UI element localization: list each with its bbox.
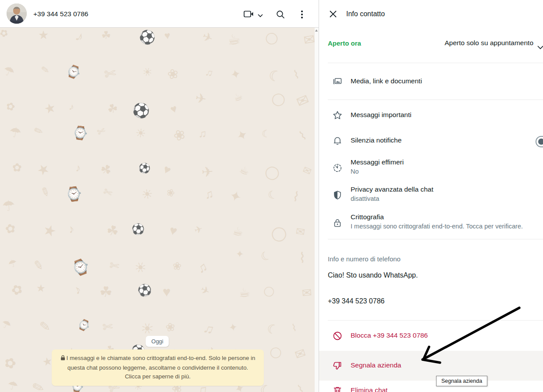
- wallpaper-doodle: ❀: [166, 65, 180, 82]
- wallpaper-doodle: ✉: [302, 31, 315, 49]
- menu-kebab-icon[interactable]: [298, 9, 306, 20]
- chat-header: +39 344 523 0786: [0, 0, 319, 28]
- e2e-encryption-notice[interactable]: I messaggi e le chiamate sono crittograf…: [52, 349, 264, 386]
- wallpaper-doodle: ☾: [262, 128, 271, 140]
- wallpaper-doodle: ✉: [295, 225, 306, 239]
- menu-item-label: Crittografia: [351, 213, 523, 221]
- menu-item-label: Media, link e documenti: [351, 77, 422, 85]
- contact-avatar[interactable]: [7, 4, 27, 24]
- wallpaper-doodle: ✿: [2, 353, 18, 373]
- action-block[interactable]: Blocca +39 344 523 0786: [319, 321, 543, 351]
- action-report-business[interactable]: Segnala azienda: [319, 351, 543, 381]
- wallpaper-doodle: ⚽: [131, 100, 151, 120]
- shield-half-icon: [332, 190, 343, 200]
- panel-title: Info contatto: [346, 0, 385, 28]
- wallpaper-doodle: ✉: [293, 345, 308, 363]
- date-badge: Oggi: [146, 336, 169, 347]
- thumbs-down-icon: [332, 360, 343, 371]
- menu-item-disappearing[interactable]: Messaggi effimeri No: [319, 154, 543, 182]
- wallpaper-doodle: ♥: [161, 162, 173, 178]
- wallpaper-doodle: ☂: [7, 257, 19, 271]
- menu-item-value: I messaggi sono crittografati end-to-end…: [351, 223, 523, 230]
- wallpaper-doodle: ✉: [294, 90, 312, 111]
- menu-item-encryption[interactable]: Crittografia I messaggi sono crittografa…: [319, 209, 543, 238]
- wallpaper-doodle: ⌇: [291, 322, 298, 334]
- wallpaper-doodle: ☘: [99, 283, 113, 301]
- wallpaper-doodle: ☂: [6, 378, 20, 392]
- menu-item-text: Privacy avanzata della chat disattivata: [351, 185, 433, 202]
- whatsapp-window: +39 344 523 0786: [0, 0, 543, 392]
- video-call-icon[interactable]: [243, 8, 254, 20]
- close-icon[interactable]: [328, 9, 338, 19]
- wallpaper-doodle: ✄: [101, 185, 114, 200]
- wallpaper-doodle: ♪: [68, 101, 75, 113]
- tooltip-report-business: Segnala azienda: [436, 376, 487, 386]
- wallpaper-doodle: ⚽: [137, 28, 158, 47]
- menu-item-mute[interactable]: Silenzia notifiche: [319, 128, 543, 153]
- call-options-chevron-icon[interactable]: [256, 10, 265, 21]
- wallpaper-doodle: ⌇: [291, 189, 301, 205]
- trash-icon: [332, 385, 343, 392]
- wallpaper-doodle: ◯: [269, 345, 283, 360]
- toggle-knob: [538, 139, 543, 145]
- menu-item-starred[interactable]: Messaggi importanti: [319, 103, 543, 128]
- menu-item-advanced-privacy[interactable]: Privacy avanzata della chat disattivata: [319, 182, 543, 209]
- media-gallery-icon: [332, 76, 343, 87]
- wallpaper-doodle: ◯: [269, 223, 289, 244]
- wallpaper-doodle: ✄: [102, 319, 114, 335]
- wallpaper-doodle: ☀: [141, 186, 154, 203]
- wallpaper-doodle: ✦: [235, 248, 244, 260]
- hours-chevron-down-icon[interactable]: [536, 43, 543, 52]
- menu-item-media[interactable]: Media, link e documenti: [319, 63, 543, 100]
- wallpaper-doodle: ☾: [266, 188, 279, 202]
- wallpaper-doodle: ✎: [39, 318, 51, 335]
- wallpaper-doodle: ☾: [265, 321, 280, 339]
- wallpaper-doodle: ✿: [4, 221, 17, 237]
- wallpaper-doodle: ✉: [302, 285, 312, 300]
- wallpaper-doodle: ☂: [0, 62, 17, 80]
- wallpaper-doodle: ☀: [141, 64, 154, 80]
- wallpaper-doodle: ☘: [101, 29, 111, 42]
- search-icon[interactable]: [275, 9, 286, 20]
- menu-item-text: Crittografia I messaggi sono crittografa…: [351, 213, 523, 230]
- wallpaper-doodle: ✈: [199, 283, 212, 298]
- wallpaper-doodle: ♫: [201, 320, 216, 338]
- wallpaper-doodle: ♪: [73, 28, 86, 45]
- wallpaper-doodle: ✿: [5, 100, 17, 114]
- scrollbar-up-arrow[interactable]: [315, 29, 318, 32]
- wallpaper-doodle: ☾: [266, 66, 284, 86]
- wallpaper-doodle: ✦: [229, 66, 242, 83]
- wallpaper-doodle: ✎: [38, 184, 53, 200]
- menu-item-label: Messaggi effimeri: [351, 158, 404, 166]
- business-open-status[interactable]: Aperto ora: [328, 39, 361, 47]
- wallpaper-doodle: ♥: [164, 29, 171, 42]
- wallpaper-doodle: ✦: [227, 187, 244, 206]
- wallpaper-doodle: ♥: [163, 284, 171, 300]
- action-label: Segnala azienda: [351, 361, 401, 369]
- menu-item-label: Silenzia notifiche: [351, 136, 401, 144]
- wallpaper-doodle: ♥: [168, 223, 179, 239]
- chat-scrollbar[interactable]: [315, 28, 319, 392]
- chat-messages-area: ✿★♪☘⚽♥✈☕◯✉☂✎⌚✄☀❀♫✦☾⌇✿★♪☘⚽♥✈☕◯✉☂✎⌚✄☀❀♫✦☾⌇…: [0, 28, 315, 392]
- wallpaper-doodle: ⌇: [298, 249, 306, 267]
- wallpaper-doodle: ☂: [1, 197, 16, 215]
- bell-icon: [332, 135, 343, 146]
- wallpaper-doodle: ✦: [228, 321, 239, 334]
- wallpaper-doodle: ⌇: [295, 382, 305, 392]
- wallpaper-doodle: ♥: [169, 102, 179, 116]
- about-section-heading: Info e numero di telefono: [328, 255, 401, 263]
- wallpaper-doodle: ✎: [40, 64, 50, 76]
- wallpaper-doodle: ✈: [201, 163, 214, 181]
- wallpaper-doodle: ☘: [105, 221, 121, 240]
- action-label: Elimina chat: [351, 386, 387, 392]
- chat-contact-name[interactable]: +39 344 523 0786: [33, 0, 88, 28]
- wallpaper-doodle: ⌚: [76, 317, 92, 333]
- info-panel-header: Info contatto: [319, 0, 543, 28]
- divider: [328, 239, 543, 239]
- wallpaper-doodle: ✎: [32, 124, 45, 138]
- wallpaper-doodle: ♪: [71, 282, 83, 298]
- lock-icon: [332, 218, 343, 228]
- wallpaper-doodle: ⚽: [138, 163, 151, 175]
- action-delete-chat[interactable]: Elimina chat: [319, 381, 543, 392]
- business-hours-schedule[interactable]: Aperto solo su appuntamento: [445, 39, 534, 47]
